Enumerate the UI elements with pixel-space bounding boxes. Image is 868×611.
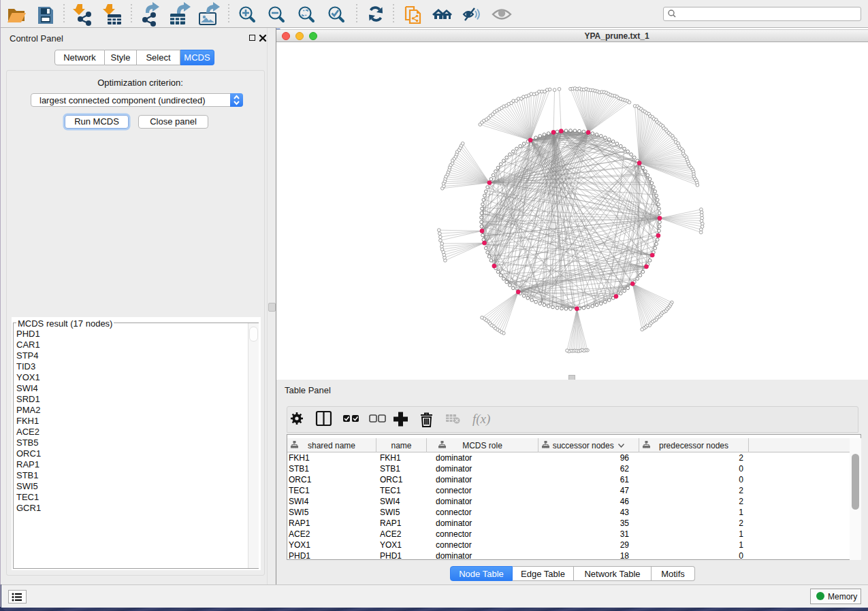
svg-text:f(x): f(x): [472, 412, 490, 427]
